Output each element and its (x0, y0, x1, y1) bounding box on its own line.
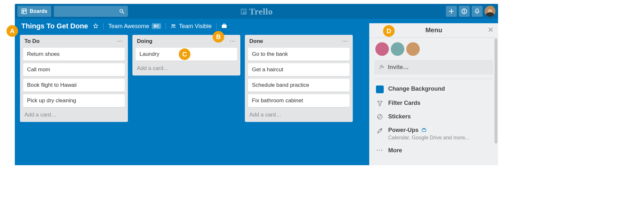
members-row (370, 38, 498, 60)
member-avatar[interactable] (391, 42, 404, 56)
search-input[interactable] (54, 6, 128, 17)
visibility-label: Team Visible (179, 23, 212, 30)
svg-point-14 (174, 25, 175, 26)
info-icon (461, 8, 467, 15)
topbar: Boards Trello (15, 4, 498, 19)
card[interactable]: Pick up dry cleaning (23, 94, 125, 107)
star-button[interactable] (92, 23, 99, 29)
search-icon (119, 8, 125, 14)
add-card-button[interactable]: Add a card… (23, 110, 125, 118)
svg-rect-7 (244, 10, 245, 12)
card[interactable]: Go to the bank (248, 48, 350, 61)
close-icon (488, 27, 494, 33)
add-card-button[interactable]: Add a card… (248, 110, 350, 118)
menu-list: Change Background Filter Cards Stickers (370, 79, 498, 160)
svg-rect-0 (22, 9, 27, 14)
team-button[interactable]: Team Awesome BC (108, 23, 161, 30)
menu-item-sublabel: Calendar, Google Drive and more... (388, 135, 469, 141)
menu-item-stickers[interactable]: Stickers (373, 110, 495, 124)
menu-item-more[interactable]: ··· More (373, 144, 495, 157)
team-name: Team Awesome (108, 23, 149, 30)
create-button[interactable] (446, 6, 457, 17)
annotation-c: C (179, 48, 190, 60)
list-menu-button[interactable]: ··· (230, 38, 236, 44)
topbar-right (446, 6, 495, 17)
logo-icon (240, 8, 247, 15)
menu-item-change-background[interactable]: Change Background (373, 82, 495, 96)
list: Done ··· Go to the bank Get a haircut Sc… (245, 35, 353, 122)
svg-point-23 (380, 129, 381, 130)
people-icon (170, 23, 176, 29)
color-swatch-icon (376, 85, 384, 93)
card[interactable]: Call mom (23, 63, 125, 76)
board-actions-button[interactable] (221, 23, 227, 29)
invite-button[interactable]: Invite… (375, 60, 493, 74)
svg-rect-1 (23, 10, 24, 13)
boards-icon (21, 8, 27, 14)
add-card-button[interactable]: Add a card… (136, 63, 237, 72)
list-title[interactable]: Done (249, 38, 263, 45)
boards-button[interactable]: Boards (17, 6, 51, 17)
boards-label: Boards (30, 8, 47, 14)
app-frame: Boards Trello Things To Get Done (15, 4, 498, 165)
logo[interactable]: Trello (240, 6, 273, 17)
member-avatar[interactable] (406, 42, 420, 56)
list-menu-button[interactable]: ··· (117, 38, 123, 44)
menu-item-label: Power-Ups (388, 127, 418, 133)
svg-line-4 (122, 12, 124, 14)
card[interactable]: Schedule band practice (248, 79, 350, 92)
sticker-icon (376, 113, 383, 120)
member-avatar[interactable] (375, 42, 389, 56)
separator (166, 23, 166, 29)
bell-icon (474, 8, 480, 15)
logo-text: Trello (249, 6, 273, 17)
card[interactable]: Book flight to Hawaii (23, 79, 125, 92)
list-title[interactable]: Doing (137, 38, 152, 45)
menu-item-power-ups[interactable]: Power-Ups Calendar, Google Drive and mor… (373, 124, 495, 144)
separator (216, 23, 216, 29)
card[interactable]: Fix bathroom cabinet (248, 94, 350, 107)
menu-item-filter-cards[interactable]: Filter Cards (373, 96, 495, 110)
list-title[interactable]: To Do (24, 38, 40, 45)
svg-rect-16 (223, 24, 226, 25)
svg-point-19 (380, 65, 382, 67)
list: To Do ··· Return shoes Call mom Book fli… (20, 35, 128, 122)
info-button[interactable] (459, 6, 470, 17)
rocket-icon (376, 127, 383, 134)
briefcase-icon (221, 23, 227, 29)
filter-icon (376, 100, 383, 107)
card[interactable]: Return shoes (23, 48, 125, 61)
add-user-icon (379, 64, 385, 70)
annotation-a: A (6, 25, 18, 37)
menu-header: Menu D (370, 23, 498, 38)
svg-rect-6 (242, 10, 243, 14)
menu-body: Invite… Change Background Filter Cards (370, 38, 498, 165)
scrollbar[interactable] (495, 38, 497, 144)
menu-item-label: Stickers (388, 113, 411, 120)
briefcase-icon (421, 127, 427, 133)
notifications-button[interactable] (472, 6, 483, 17)
team-badge: BC (152, 23, 161, 29)
list-menu-button[interactable]: ··· (342, 38, 348, 44)
menu-item-label: Filter Cards (388, 100, 420, 106)
card[interactable]: Get a haircut (248, 63, 350, 76)
visibility-button[interactable]: Team Visible (170, 23, 212, 30)
board-title[interactable]: Things To Get Done (21, 22, 88, 30)
close-button[interactable] (488, 26, 494, 35)
invite-label: Invite… (388, 64, 409, 71)
user-avatar[interactable] (485, 6, 495, 17)
menu-item-label: More (388, 147, 402, 154)
plus-icon (448, 8, 455, 15)
ellipsis-icon: ··· (376, 147, 384, 154)
menu-title: Menu (425, 26, 442, 34)
separator (103, 23, 104, 29)
svg-rect-2 (24, 10, 26, 12)
crown-icon (491, 6, 495, 8)
annotation-b: B (213, 31, 224, 43)
annotation-d: D (383, 25, 395, 37)
star-icon (92, 23, 99, 29)
svg-rect-12 (464, 11, 465, 13)
svg-point-13 (172, 25, 174, 26)
svg-rect-5 (241, 9, 246, 15)
list: Doing ··· Laundry Add a card… C (132, 35, 240, 75)
